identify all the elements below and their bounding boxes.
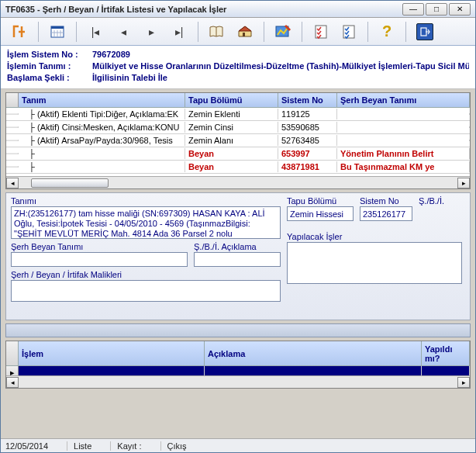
table-row[interactable]: ├ (Aktif) ArsaPay/Payda:30/968, TesisZem… [6, 134, 470, 147]
label-detail-tanimi: Tanımı [11, 196, 281, 206]
grid-hscroll[interactable]: ◂ ▸ [6, 176, 470, 188]
col-tapu[interactable]: Tapu Bölümü [185, 93, 278, 107]
bottom-grid[interactable]: İşlem Açıklama Yapıldı mı? ▸ ◂ ▸ [5, 341, 471, 389]
toolbar: |◂ ◂ ▸ ▸| ? [1, 18, 475, 46]
window-controls: — □ ✕ [402, 3, 471, 16]
calendar-icon[interactable] [47, 21, 68, 43]
titlebar: TF0635 - Şerh / Beyan / İrtifak Listesi … [1, 1, 475, 18]
value-islem-no: 79672089 [92, 49, 130, 61]
field-detail-tapu[interactable] [287, 206, 354, 221]
status-kayit: Kayıt : [110, 441, 141, 451]
status-date: 12/05/2014 [5, 441, 48, 451]
bottom-grid-header: İşlem Açıklama Yapıldı mı? [6, 341, 470, 366]
table-row[interactable]: ├ Beyan653997Yönetim Planının Belirt [6, 147, 470, 161]
checklist2-icon[interactable] [338, 21, 360, 43]
bscroll-right[interactable]: ▸ [457, 377, 470, 388]
table-row[interactable]: ├ Beyan43871981Bu Taşınmazmal KM ye [6, 161, 470, 174]
field-detail-sistem[interactable] [360, 206, 412, 221]
field-detail-tanimi[interactable]: ZH:(235126177) tam hisse maliği (SN:6973… [11, 206, 281, 239]
label-sbi-aciklama: Ş./B./İ. Açıklama [194, 242, 281, 251]
status-cikis: Çıkış [160, 441, 187, 451]
label-yapilacak: Yapılacak İşler [287, 232, 462, 241]
svg-rect-1 [51, 26, 64, 29]
field-sbi-aciklama[interactable] [194, 252, 281, 267]
help-icon[interactable]: ? [376, 21, 398, 43]
app-logo-icon[interactable] [9, 21, 30, 43]
label-detail-sbi: Ş./B./İ. [419, 196, 456, 206]
house-icon[interactable] [234, 21, 256, 43]
nav-last-button[interactable]: ▸| [168, 21, 190, 43]
label-islem-no: İşlem Sistem No : [7, 49, 92, 61]
info-block: İşlem Sistem No : 79672089 İşlemin Tanım… [1, 46, 475, 89]
grid-header: Tanım Tapu Bölümü Sistem No Şerh Beyan T… [6, 93, 470, 108]
label-malikler: Şerh / Beyan / İrtifak Malikleri [11, 270, 281, 279]
field-serh-beyan[interactable] [11, 252, 188, 267]
window-title: TF0635 - Şerh / Beyan / İrtifak Listesi … [5, 5, 226, 14]
scroll-right-button[interactable]: ▸ [457, 178, 470, 188]
scroll-left-button[interactable]: ◂ [6, 178, 19, 188]
col-serh[interactable]: Şerh Beyan Tanımı [337, 93, 470, 107]
col-islem[interactable]: İşlem [19, 341, 205, 366]
svg-marker-7 [239, 26, 251, 31]
status-liste: Liste [67, 441, 91, 451]
close-button[interactable]: ✕ [449, 3, 471, 16]
book-icon[interactable] [206, 21, 228, 43]
value-tanim: Mülkiyet ve Hisse Oranlarının Düzeltilme… [92, 61, 469, 72]
statusbar: 12/05/2014 Liste Kayıt : Çıkış [1, 438, 475, 452]
detail-panel: Tanımı ZH:(235126177) tam hisse maliği (… [5, 192, 471, 320]
col-sistem[interactable]: Sistem No [278, 93, 337, 107]
grid-body[interactable]: ├ (Aktif) Eklenti Tipi:Diğer, Açıklama:E… [6, 108, 470, 174]
label-detail-tapu: Tapu Bölümü [287, 196, 354, 206]
maximize-button[interactable]: □ [426, 3, 447, 16]
label-tanim: İşlemin Tanımı : [7, 61, 92, 72]
checklist1-icon[interactable] [310, 21, 332, 43]
col-yapildi[interactable]: Yapıldı mı? [422, 341, 470, 366]
main-grid[interactable]: Tanım Tapu Bölümü Sistem No Şerh Beyan T… [5, 92, 471, 189]
table-row[interactable]: ├ (Aktif) Cinsi:Mesken, Açıklama:KONUZem… [6, 121, 470, 134]
col-tanim[interactable]: Tanım [19, 93, 185, 107]
field-malikler[interactable] [11, 280, 281, 302]
label-detail-sistem: Sistem No [360, 196, 412, 206]
label-baslama: Başlama Şekli : [7, 72, 92, 84]
table-row[interactable]: ├ (Aktif) Eklenti Tipi:Diğer, Açıklama:E… [6, 108, 470, 121]
field-yapilacak[interactable] [287, 242, 462, 284]
svg-rect-8 [243, 33, 245, 36]
col-aciklama[interactable]: Açıklama [205, 341, 422, 366]
bottom-grid-hscroll[interactable]: ◂ ▸ [6, 375, 470, 388]
label-serh-beyan: Şerh Beyan Tanımı [11, 242, 188, 251]
scroll-thumb[interactable] [31, 178, 109, 188]
nav-first-button[interactable]: |◂ [85, 21, 106, 43]
nav-prev-button[interactable]: ◂ [112, 21, 134, 43]
nav-next-button[interactable]: ▸ [140, 21, 162, 43]
minimize-button[interactable]: — [402, 3, 424, 16]
mid-bar [5, 323, 471, 337]
bscroll-left[interactable]: ◂ [6, 377, 19, 388]
exit-button[interactable] [414, 21, 436, 43]
value-baslama: İlgilisinin Talebi İle [92, 72, 167, 84]
svg-rect-12 [421, 28, 426, 36]
map-edit-icon[interactable] [272, 21, 294, 43]
